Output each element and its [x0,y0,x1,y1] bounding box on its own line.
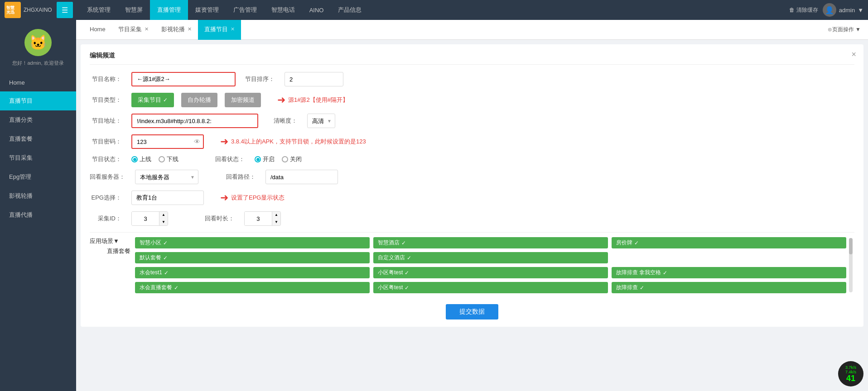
radio-offline[interactable]: 下线 [159,155,178,163]
clear-cache-button[interactable]: 🗑 清除缓存 [789,6,818,14]
scene-header-row: 应用场景▼ 直播套餐 智慧小区 ✓ 智慧酒店 ✓ [90,237,854,297]
clarity-label: 清晰度： [265,117,297,125]
sidebar-item-epg[interactable]: Epg管理 [0,167,76,186]
radio-offline-dot [159,156,165,162]
upload-speed: 3.7k/s [845,365,856,370]
program-url-input[interactable] [131,114,258,128]
tab-home[interactable]: Home [83,20,112,40]
collect-id-up[interactable]: ▲ [159,211,168,219]
menu-item-livemanage[interactable]: 直播管理 [150,0,188,20]
order-label: 节目排序： [243,75,275,83]
form-row-type: 节目类型： 采集节目 ✓ 自办轮播 加密频道 ➜ 源1#源2【使用#隔开】 [90,93,854,107]
tag-empty [612,252,846,263]
lookback-path-input[interactable] [265,170,338,184]
tag-check-icon: ✓ [164,270,169,276]
btn-self-carousel[interactable]: 自办轮播 [181,93,217,107]
clarity-select[interactable]: 高清 标清 超清 4K [307,114,335,128]
lookback-duration-input[interactable] [245,212,272,225]
sidebar-item-live-package[interactable]: 直播套餐 [0,129,76,148]
hamburger-button[interactable]: ☰ [57,2,73,18]
sidebar-nav: Home 直播节目 直播分类 直播套餐 节目采集 Epg管理 影视轮播 直播代播 [0,74,76,224]
program-password-input[interactable] [131,134,204,149]
sidebar-item-proxy[interactable]: 直播代播 [0,205,76,224]
tag-check-icon: ✓ [640,285,644,291]
btn-encrypt-channel[interactable]: 加密频道 [225,93,261,107]
svg-text:智慧: 智慧 [6,5,15,10]
top-nav-right: 🗑 清除缓存 👤 admin ▼ [789,3,863,17]
main-content: Home 节目采集 ✕ 影视轮播 ✕ 直播节目 ✕ ⊙页面操作 ▼ 编辑频道 ×… [76,20,868,391]
radio-lookback-open[interactable]: 开启 [255,155,275,163]
form-row-name: 节目名称： 节目排序： [90,72,854,86]
network-value: 41 [846,374,855,382]
logo-text: ZHGXAINO [24,7,52,13]
radio-online[interactable]: 上线 [131,155,151,163]
tag-community-yue-test2[interactable]: 小区粤test ✓ [373,282,608,293]
menu-item-ads[interactable]: 广告管理 [226,0,264,20]
sidebar-item-live-category[interactable]: 直播分类 [0,110,76,129]
top-navigation: 智慧 光迅 ZHGXAINO ☰ 系统管理 智慧屏 直播管理 媒资管理 广告管理… [0,0,868,20]
collect-id-down[interactable]: ▼ [159,219,168,226]
scene-tags-row3: 水会test1 ✓ 小区粤test ✓ 故障排查 拿我空格 ✓ [135,267,846,278]
tab-collect[interactable]: 节目采集 ✕ [112,20,155,40]
page-operations[interactable]: ⊙页面操作 ▼ [828,26,861,33]
tab-collect-close[interactable]: ✕ [145,26,149,32]
lookback-duration-wrapper: ▲ ▼ [244,211,281,226]
type-label: 节目类型： [90,96,121,104]
tag-water-live-package[interactable]: 水会直播套餐 ✓ [135,282,370,293]
tag-custom-hotel[interactable]: 自定义酒店 ✓ [373,252,608,263]
tab-live-close[interactable]: ✕ [231,26,235,32]
form-row-collect-id: 采集ID： ▲ ▼ 回看时长： ▲ ▼ [90,211,854,226]
btn-collect-program[interactable]: 采集节目 ✓ [131,93,174,107]
collect-id-input-wrapper: ▲ ▼ [131,211,168,226]
scene-label: 应用场景▼ 直播套餐 [90,237,135,255]
tag-check-icon: ✓ [405,270,409,276]
server-select[interactable]: 本地服务器 远程服务器 [135,170,198,184]
admin-user: 👤 admin ▼ [823,3,863,17]
collect-id-input[interactable] [132,212,159,225]
app-logo: 智慧 光迅 ZHGXAINO [5,2,52,18]
tag-default-package[interactable]: 默认套餐 ✓ [135,252,370,263]
lookback-duration-down[interactable]: ▼ [272,219,280,226]
tab-carousel[interactable]: 影视轮播 ✕ [155,20,198,40]
radio-online-dot [131,156,138,162]
network-badge: 3.7k/s 7.4k/s 41 [838,361,863,386]
lookback-duration-up[interactable]: ▲ [272,211,280,219]
lookback-duration-label: 回看时长： [203,215,234,223]
tag-check-icon: ✓ [401,240,406,246]
submit-button[interactable]: 提交数据 [446,304,498,319]
program-order-input[interactable] [285,72,343,86]
close-button[interactable]: × [851,50,856,59]
scene-tags-row4: 水会直播套餐 ✓ 小区粤test ✓ 故障排查 ✓ [135,282,846,293]
tag-zhihui-hotel[interactable]: 智慧酒店 ✓ [373,237,608,248]
tag-water-test1[interactable]: 水会test1 ✓ [135,267,370,278]
check-icon: ✓ [163,97,168,103]
scrollbar-thumb[interactable] [849,238,853,254]
tag-fault-check[interactable]: 故障排查 ✓ [612,282,846,293]
sidebar-item-collect[interactable]: 节目采集 [0,148,76,167]
submit-area: 提交数据 [90,304,854,319]
menu-item-media[interactable]: 媒资管理 [188,0,226,20]
tag-community-yue-test[interactable]: 小区粤test ✓ [373,267,608,278]
epg-input[interactable] [131,191,204,205]
radio-lookback-open-dot [255,156,261,162]
lookback-radio-group: 开启 关闭 [255,155,302,163]
menu-item-aino[interactable]: AINO [302,0,331,20]
program-name-input[interactable] [131,72,236,86]
menu-item-product[interactable]: 产品信息 [331,0,369,20]
tab-bar: Home 节目采集 ✕ 影视轮播 ✕ 直播节目 ✕ ⊙页面操作 ▼ [76,20,868,40]
sidebar-item-live-program[interactable]: 直播节目 [0,91,76,110]
url-label: 节目地址： [90,117,121,125]
sidebar-item-home[interactable]: Home [0,74,76,91]
menu-item-smartphone[interactable]: 智慧电话 [264,0,302,20]
sidebar-item-carousel[interactable]: 影视轮播 [0,186,76,205]
tab-live-program[interactable]: 直播节目 ✕ [198,20,241,40]
scene-tags-row1: 智慧小区 ✓ 智慧酒店 ✓ 房价牌 ✓ [135,237,846,248]
menu-item-smartscreen[interactable]: 智慧屏 [118,0,150,20]
eye-icon: 👁 [194,138,200,145]
tag-fault-check-space[interactable]: 故障排查 拿我空格 ✓ [612,267,846,278]
tab-carousel-close[interactable]: ✕ [188,26,192,32]
tag-zhihui-community[interactable]: 智慧小区 ✓ [135,237,370,248]
tag-room-price[interactable]: 房价牌 ✓ [612,237,846,248]
radio-lookback-close[interactable]: 关闭 [282,155,302,163]
menu-item-system[interactable]: 系统管理 [80,0,118,20]
